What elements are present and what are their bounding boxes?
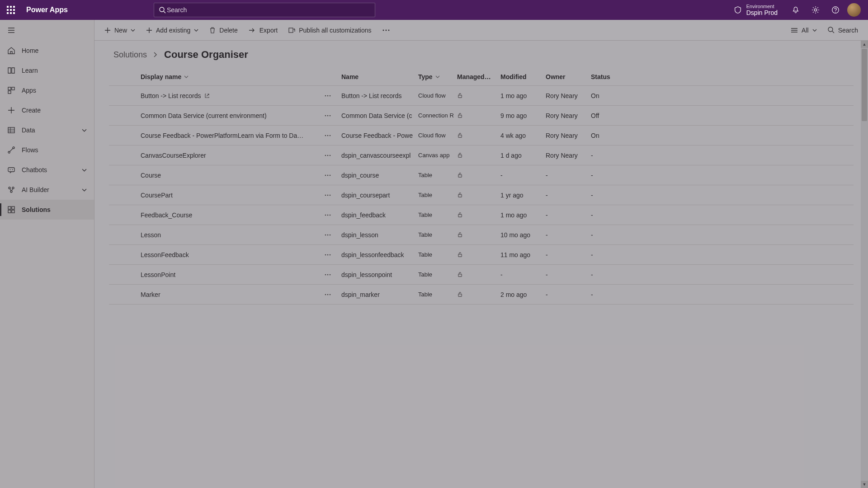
row-more-button[interactable] [321, 109, 334, 122]
scrollbar[interactable]: ▲ ▼ [861, 41, 868, 488]
nav-item-ai-builder[interactable]: AI Builder [0, 180, 94, 200]
display-name-link[interactable]: Button -> List records [141, 92, 201, 99]
table-row[interactable]: Course Feedback - PowerPlatformLearn via… [109, 126, 854, 145]
svg-rect-17 [8, 206, 11, 209]
cmd-export[interactable]: Export [244, 22, 282, 38]
cell-name: Button -> List records [338, 92, 415, 99]
global-search-input[interactable] [166, 6, 370, 14]
table-row[interactable]: LessonFeedbackdspin_lessonfeedbackTable1… [109, 245, 854, 265]
display-name-link[interactable]: Course Feedback - PowerPlatformLearn via… [141, 132, 303, 139]
col-type[interactable]: Type [415, 73, 453, 80]
nav-item-learn[interactable]: Learn [0, 61, 94, 80]
cell-name: Common Data Service (c [338, 112, 415, 119]
row-more-button[interactable] [321, 268, 334, 281]
cmd-delete[interactable]: Delete [205, 22, 242, 38]
bell-icon [792, 6, 800, 14]
col-owner[interactable]: Owner [542, 73, 587, 80]
cell-display-name: LessonFeedback [137, 249, 338, 261]
svg-point-39 [325, 155, 326, 156]
col-name[interactable]: Name [338, 73, 415, 80]
table-row[interactable]: Button -> List recordsButton -> List rec… [109, 86, 854, 106]
cmd-add-existing[interactable]: Add existing [142, 22, 203, 38]
table-row[interactable]: LessonPointdspin_lessonpointTable--- [109, 265, 854, 285]
open-external-icon[interactable] [204, 93, 210, 99]
col-status-label: Status [591, 73, 610, 80]
settings-button[interactable] [806, 0, 826, 20]
nav-collapse-button[interactable] [0, 20, 94, 41]
account-avatar[interactable] [847, 3, 861, 17]
display-name-link[interactable]: Lesson [141, 231, 161, 239]
table-row[interactable]: Common Data Service (current environment… [109, 106, 854, 126]
cell-owner: - [542, 172, 587, 179]
nav-item-flows[interactable]: Flows [0, 140, 94, 160]
cell-status: - [587, 231, 628, 239]
cmd-overflow[interactable] [378, 22, 394, 38]
environment-picker[interactable]: Environment Dspin Prod [729, 2, 782, 19]
svg-rect-66 [458, 274, 462, 277]
help-button[interactable] [826, 0, 845, 20]
table-row[interactable]: CanvasCourseExplorerdspin_canvascourseex… [109, 145, 854, 165]
col-status[interactable]: Status [587, 73, 628, 80]
col-display-name[interactable]: Display name [137, 73, 338, 80]
flows-icon [7, 146, 15, 154]
col-type-label: Type [418, 73, 433, 80]
svg-point-29 [330, 95, 331, 96]
table-row[interactable]: Feedback_Coursedspin_feedbackTable1 mo a… [109, 205, 854, 225]
col-managed[interactable]: Managed… [453, 73, 497, 80]
table-viewport[interactable]: Display name Name Type Managed… Modified… [94, 65, 868, 488]
row-more-button[interactable] [321, 249, 334, 261]
table-row[interactable]: Markerdspin_markerTable2 mo ago-- [109, 285, 854, 305]
nav-item-home[interactable]: Home [0, 41, 94, 61]
row-more-button[interactable] [321, 229, 334, 241]
scrollbar-down[interactable]: ▼ [861, 481, 868, 488]
svg-rect-5 [8, 87, 11, 90]
app-launcher-button[interactable] [4, 3, 18, 17]
display-name-link[interactable]: CanvasCourseExplorer [141, 152, 206, 159]
search-icon [828, 27, 835, 33]
cmd-new[interactable]: New [100, 22, 140, 38]
display-name-link[interactable]: CoursePart [141, 192, 173, 199]
nav-item-data[interactable]: Data [0, 120, 94, 140]
notifications-button[interactable] [786, 0, 806, 20]
display-name-link[interactable]: Course [141, 172, 161, 179]
scrollbar-up[interactable]: ▲ [861, 41, 868, 48]
display-name-link[interactable]: LessonPoint [141, 271, 175, 278]
help-icon [831, 6, 840, 14]
cell-name: dspin_coursepart [338, 192, 415, 199]
table-row[interactable]: Lessondspin_lessonTable10 mo ago-- [109, 225, 854, 245]
nav-item-create[interactable]: Create [0, 100, 94, 120]
cell-status: - [587, 172, 628, 179]
row-more-button[interactable] [321, 189, 334, 202]
cmd-search[interactable]: Search [823, 22, 863, 38]
nav-item-apps[interactable]: Apps [0, 80, 94, 100]
lock-icon [457, 152, 463, 158]
row-more-button[interactable] [321, 129, 334, 142]
row-more-button[interactable] [321, 209, 334, 221]
global-search[interactable] [154, 3, 375, 17]
col-owner-label: Owner [546, 73, 566, 80]
nav-item-solutions[interactable]: Solutions [0, 200, 94, 220]
nav-item-chatbots[interactable]: Chatbots [0, 160, 94, 180]
cell-type: Table [415, 172, 453, 178]
cell-modified: 1 mo ago [497, 211, 542, 219]
cell-managed [453, 172, 497, 178]
environment-name: Dspin Prod [746, 9, 778, 16]
display-name-link[interactable]: Common Data Service (current environment… [141, 112, 267, 119]
row-more-button[interactable] [321, 89, 334, 102]
display-name-link[interactable]: Marker [141, 291, 160, 298]
table-row[interactable]: Coursedspin_courseTable--- [109, 165, 854, 185]
row-more-button[interactable] [321, 169, 334, 182]
display-name-link[interactable]: LessonFeedback [141, 251, 189, 258]
col-modified[interactable]: Modified [497, 73, 542, 80]
row-more-button[interactable] [321, 288, 334, 301]
display-name-link[interactable]: Feedback_Course [141, 211, 192, 219]
cmd-filter[interactable]: All [786, 22, 821, 38]
cell-owner: Rory Neary [542, 92, 587, 99]
cell-status: - [587, 271, 628, 278]
scrollbar-thumb[interactable] [862, 49, 867, 121]
svg-point-57 [330, 234, 331, 235]
cmd-publish[interactable]: Publish all customizations [284, 22, 376, 38]
row-more-button[interactable] [321, 149, 334, 162]
table-row[interactable]: CoursePartdspin_coursepartTable1 yr ago-… [109, 185, 854, 205]
breadcrumb-parent[interactable]: Solutions [113, 50, 147, 60]
